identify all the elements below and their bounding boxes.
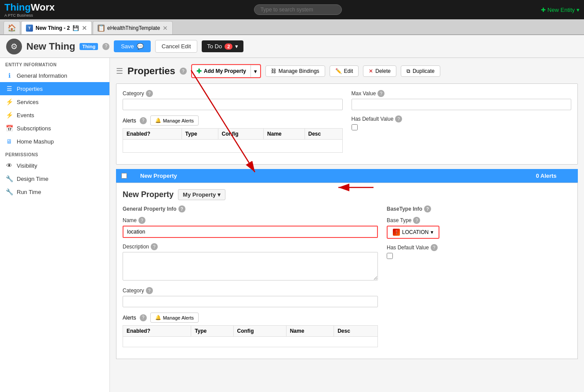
has-default-checkbox-bottom[interactable] — [387, 253, 393, 259]
manage-alerts-button-bottom[interactable]: 🔔 Manage Alerts — [150, 313, 199, 323]
properties-header: ☰ Properties ? ✚ Add My Property ▾ ⛓ Man… — [116, 64, 578, 78]
description-input[interactable] — [123, 252, 378, 281]
logo-thing: Thing — [4, 2, 31, 13]
properties-title: Properties — [127, 65, 175, 77]
manage-bindings-button[interactable]: ⛓ Manage Bindings — [265, 65, 325, 77]
add-my-property-button[interactable]: ✚ Add My Property — [192, 65, 250, 77]
duplicate-button[interactable]: ⧉ Duplicate — [401, 65, 440, 77]
manage-alerts-button-top[interactable]: 🔔 Manage Alerts — [150, 115, 199, 126]
maxvalue-help-icon[interactable]: ? — [377, 90, 384, 97]
help-badge-icon[interactable]: ? — [102, 43, 109, 50]
has-default-checkbox-top[interactable] — [352, 124, 358, 130]
alerts-help-icon[interactable]: ? — [140, 117, 147, 124]
todo-button[interactable]: To Do 2 ▾ — [202, 40, 243, 52]
alerts-help-icon-2[interactable]: ? — [140, 314, 147, 321]
my-property-dropdown[interactable]: My Property ▾ — [178, 189, 225, 200]
sidebar-item-general-info[interactable]: ℹ General Information — [0, 69, 109, 82]
properties-help-icon[interactable]: ? — [180, 68, 187, 75]
category-maxvalue-row: Category ? Max Value ? — [123, 90, 571, 110]
todo-label: To Do — [207, 43, 222, 50]
new-property-checkbox[interactable] — [121, 173, 127, 179]
basetype-info-help-icon[interactable]: ? — [424, 205, 431, 212]
main-layout: ENTITY INFORMATION ℹ General Information… — [0, 58, 584, 392]
sidebar-item-design-time[interactable]: 🔧 Design Time — [0, 172, 109, 185]
base-type-help-icon[interactable]: ? — [413, 217, 420, 224]
alerts-label: Alerts — [123, 118, 136, 124]
col-type: Type — [181, 129, 218, 140]
delete-button[interactable]: ✕ Delete — [363, 65, 396, 77]
home-mashup-icon: 🖥 — [5, 137, 13, 145]
bell-icon: 🔔 — [155, 118, 161, 123]
sidebar-item-properties[interactable]: ☰ Properties — [0, 82, 109, 95]
new-entity-button[interactable]: ✚ New Entity ▾ — [541, 7, 580, 13]
sidebar-item-subscriptions[interactable]: 📅 Subscriptions — [0, 122, 109, 135]
new-property-alerts-count: 0 Alerts — [520, 173, 573, 179]
alerts-row: Alerts ? 🔔 Manage Alerts Enabled? Type — [123, 115, 571, 153]
search-input[interactable] — [254, 4, 342, 15]
tab-ehealth-close[interactable]: ✕ — [163, 25, 168, 32]
save-button[interactable]: Save 💬 — [114, 40, 151, 52]
name-help-icon[interactable]: ? — [138, 217, 145, 224]
description-field-label: Description ? — [123, 243, 378, 250]
col-type-2: Type — [191, 326, 233, 337]
sidebar-section-entity-info: ENTITY INFORMATION — [0, 58, 109, 69]
logo-worx: Worx — [31, 2, 55, 13]
properties-icon: ☰ — [5, 85, 13, 93]
add-my-property-label: Add My Property — [204, 68, 246, 74]
sidebar-properties-label: Properties — [17, 86, 43, 92]
tab-new-thing-close[interactable]: ✕ — [82, 25, 87, 32]
sidebar-item-events[interactable]: ⚡ Events — [0, 108, 109, 122]
sidebar-item-run-time[interactable]: 🔧 Run Time — [0, 185, 109, 198]
main-toolbar: ⚙ New Thing Thing ? Save 💬 Cancel Edit T… — [0, 35, 584, 58]
alerts-col: Alerts ? 🔔 Manage Alerts Enabled? Type — [123, 115, 343, 153]
category-help-icon-2[interactable]: ? — [146, 287, 153, 294]
cancel-edit-button[interactable]: Cancel Edit — [155, 40, 197, 53]
manage-alerts-top-label: Manage Alerts — [163, 118, 194, 123]
tab-home[interactable]: 🏠 — [4, 21, 20, 34]
general-info-help-icon[interactable]: ? — [178, 205, 185, 212]
new-entity-label: New Entity — [548, 7, 575, 13]
has-default-label-bottom: Has Default Value ? — [387, 244, 571, 251]
sidebar-item-visibility[interactable]: 👁 Visibility — [0, 159, 109, 172]
name-input[interactable] — [123, 226, 378, 238]
has-default-help-icon-top[interactable]: ? — [395, 115, 402, 122]
category-input-2[interactable] — [123, 296, 378, 307]
add-my-property-dropdown[interactable]: ▾ — [251, 66, 260, 77]
new-property-row-bar[interactable]: New Property 0 Alerts — [116, 169, 578, 183]
basetype-info-col: BaseType Info ? Base Type ? 📍 LOCATION ▾ — [387, 205, 571, 352]
col-config-2: Config — [233, 326, 286, 337]
logo: ThingWorx A PTC Business — [4, 2, 54, 18]
manage-bindings-label: Manage Bindings — [279, 68, 319, 74]
category-label: Category ? — [123, 90, 343, 97]
location-icon: 📍 — [393, 229, 400, 236]
has-default-help-icon-bottom[interactable]: ? — [431, 244, 438, 251]
top-property-form: Category ? Max Value ? Alerts — [116, 83, 578, 165]
chat-icon: 💬 — [137, 43, 144, 50]
tab-new-thing[interactable]: T New Thing - 2 💾 ✕ — [21, 21, 92, 34]
sidebar-item-services[interactable]: ⚡ Services — [0, 95, 109, 108]
has-default-col-top: Has Default Value ? — [352, 115, 572, 132]
edit-button[interactable]: ✏️ Edit — [330, 65, 359, 77]
table-row-empty — [123, 140, 343, 153]
tab-ehealth-label: eHealthThingTemplate — [107, 25, 160, 31]
base-type-button[interactable]: 📍 LOCATION ▾ — [387, 226, 439, 239]
general-property-info-col: General Property Info ? Name ? Descripti… — [123, 205, 378, 352]
alerts-header: Alerts ? 🔔 Manage Alerts — [123, 115, 343, 126]
name-form-group: Name ? — [123, 217, 378, 238]
cancel-label: Cancel Edit — [162, 43, 191, 50]
todo-dropdown-icon: ▾ — [235, 43, 238, 50]
plus-green-icon: ✚ — [196, 68, 202, 75]
tab-ehealth[interactable]: 📋 eHealthThingTemplate ✕ — [93, 21, 173, 34]
alerts-label-2: Alerts — [123, 315, 136, 321]
col-desc: Desc — [305, 129, 342, 140]
properties-panel-icon: ☰ — [116, 66, 123, 76]
duplicate-label: Duplicate — [413, 68, 435, 74]
category-help-icon[interactable]: ? — [146, 90, 153, 97]
new-property-section: New Property My Property ▾ General Prope… — [116, 183, 578, 359]
category-input[interactable] — [123, 99, 343, 110]
alerts-header-2: Alerts ? 🔔 Manage Alerts — [123, 313, 378, 323]
description-help-icon[interactable]: ? — [151, 243, 158, 250]
maxvalue-input[interactable] — [352, 99, 572, 110]
save-indicator-icon: 💾 — [73, 25, 79, 31]
sidebar-item-home-mashup[interactable]: 🖥 Home Mashup — [0, 135, 109, 148]
